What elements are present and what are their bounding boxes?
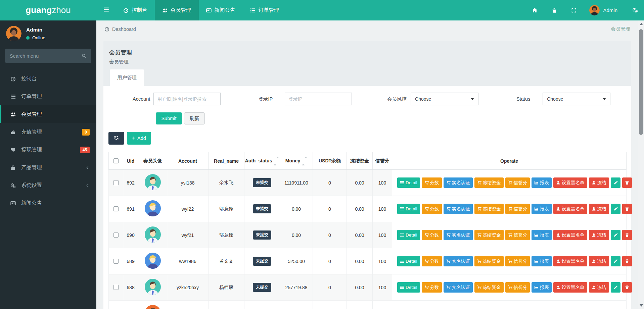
freeze-funds-button[interactable]: 冻结资金 bbox=[474, 256, 504, 266]
nav-item-dashboard[interactable]: 控制台 bbox=[116, 0, 155, 20]
freeze-button[interactable]: 冻结 bbox=[589, 230, 609, 240]
freeze-funds-button[interactable]: 冻结资金 bbox=[474, 204, 504, 214]
delete-button[interactable] bbox=[622, 177, 632, 188]
delete-button[interactable] bbox=[622, 282, 632, 293]
score-button[interactable]: 分数 bbox=[422, 177, 442, 188]
scrollbar-up-button[interactable] bbox=[638, 21, 644, 27]
delete-button[interactable] bbox=[622, 204, 632, 214]
set-blacklist-button[interactable]: 设置黑名单 bbox=[553, 230, 587, 240]
submit-button[interactable]: Submit bbox=[156, 112, 182, 124]
freeze-funds-button[interactable]: 冻结资金 bbox=[474, 177, 504, 188]
freeze-button[interactable]: 冻结 bbox=[589, 282, 609, 293]
user-icon bbox=[592, 285, 596, 290]
detail-button[interactable]: Detail bbox=[397, 230, 420, 240]
edit-button[interactable] bbox=[611, 282, 620, 293]
op-button-label: 报表 bbox=[540, 180, 549, 186]
row-checkbox[interactable] bbox=[113, 180, 119, 185]
status-select[interactable]: Choose bbox=[543, 93, 610, 105]
credit-score-button[interactable]: 信誉分 bbox=[505, 230, 530, 240]
reload-button[interactable] bbox=[108, 132, 124, 145]
set-blacklist-button[interactable]: 设置黑名单 bbox=[553, 282, 587, 293]
nav-item-orders[interactable]: 订单管理 bbox=[243, 0, 287, 20]
cart-icon bbox=[424, 259, 429, 263]
refresh-button[interactable]: 刷新 bbox=[184, 112, 205, 124]
report-button[interactable]: 报表 bbox=[532, 230, 552, 240]
credit-score-button[interactable]: 信誉分 bbox=[505, 282, 530, 293]
row-checkbox[interactable] bbox=[113, 206, 119, 211]
sidebar-toggle-button[interactable] bbox=[96, 0, 116, 20]
navbar-right: Admin bbox=[518, 0, 644, 20]
nav-item-news[interactable]: 新闻公告 bbox=[199, 0, 243, 20]
report-button[interactable]: 报表 bbox=[532, 256, 552, 266]
column-header-money[interactable]: Money bbox=[280, 152, 313, 170]
sidebar-item-news[interactable]: 新闻公告 bbox=[0, 194, 96, 212]
sidebar-item-withdraw[interactable]: 提现管理45 bbox=[0, 141, 96, 159]
realname-auth-button[interactable]: 实名认证 bbox=[444, 230, 473, 240]
risk-control-select[interactable]: Choose bbox=[411, 93, 478, 105]
set-blacklist-button[interactable]: 设置黑名单 bbox=[553, 177, 587, 188]
credit-score-button[interactable]: 信誉分 bbox=[505, 177, 530, 188]
freeze-button[interactable]: 冻结 bbox=[589, 177, 609, 188]
realname-auth-button[interactable]: 实名认证 bbox=[444, 177, 473, 188]
score-button[interactable]: 分数 bbox=[422, 256, 442, 266]
row-checkbox[interactable] bbox=[113, 259, 119, 264]
expand-icon[interactable] bbox=[571, 8, 577, 13]
row-checkbox[interactable] bbox=[113, 233, 119, 238]
detail-button[interactable]: Detail bbox=[397, 256, 420, 266]
column-header-label: 冻结资金 bbox=[350, 158, 369, 163]
credit-score-button[interactable]: 信誉分 bbox=[505, 204, 530, 214]
frozen-cell: 0.00 bbox=[347, 196, 373, 222]
edit-button[interactable] bbox=[611, 230, 620, 240]
admin-avatar[interactable] bbox=[589, 5, 600, 15]
realname-auth-button[interactable]: 实名认证 bbox=[444, 282, 473, 293]
freeze-funds-button[interactable]: 冻结资金 bbox=[474, 282, 504, 293]
sidebar-item-products[interactable]: 产品管理 bbox=[0, 159, 96, 176]
trash-icon[interactable] bbox=[552, 8, 557, 13]
set-blacklist-button[interactable]: 设置黑名单 bbox=[553, 256, 587, 266]
detail-button[interactable]: Detail bbox=[397, 282, 420, 293]
add-button[interactable]: Add bbox=[127, 132, 151, 145]
search-input[interactable] bbox=[10, 53, 82, 59]
tab-user-management[interactable]: 用户管理 bbox=[110, 69, 144, 86]
realname-auth-button[interactable]: 实名认证 bbox=[444, 204, 473, 214]
search-icon[interactable] bbox=[82, 53, 87, 58]
detail-button[interactable]: Detail bbox=[397, 204, 420, 214]
sidebar-item-members[interactable]: 会员管理 bbox=[0, 105, 96, 123]
home-icon[interactable] bbox=[532, 7, 538, 13]
breadcrumb-dashboard[interactable]: Dashboard bbox=[112, 27, 136, 32]
sidebar-item-orders[interactable]: 订单管理 bbox=[0, 88, 96, 105]
score-button[interactable]: 分数 bbox=[422, 230, 442, 240]
edit-button[interactable] bbox=[611, 204, 620, 214]
detail-button[interactable]: Detail bbox=[397, 177, 420, 188]
scrollbar-down-button[interactable] bbox=[638, 303, 644, 308]
score-button[interactable]: 分数 bbox=[422, 204, 442, 214]
report-button[interactable]: 报表 bbox=[532, 204, 552, 214]
row-checkbox[interactable] bbox=[113, 285, 119, 290]
freeze-button[interactable]: 冻结 bbox=[589, 256, 609, 266]
set-blacklist-button[interactable]: 设置黑名单 bbox=[553, 204, 587, 214]
freeze-button[interactable]: 冻结 bbox=[589, 204, 609, 214]
credit-score-button[interactable]: 信誉分 bbox=[505, 256, 530, 266]
delete-button[interactable] bbox=[622, 256, 632, 266]
edit-button[interactable] bbox=[611, 177, 620, 188]
sidebar-item-settings[interactable]: 系统设置 bbox=[0, 176, 96, 194]
cogs-icon[interactable] bbox=[632, 7, 638, 13]
nav-item-members[interactable]: 会员管理 bbox=[155, 0, 199, 20]
realname-auth-button[interactable]: 实名认证 bbox=[444, 256, 473, 266]
admin-menu-label[interactable]: Admin bbox=[603, 7, 617, 13]
account-input[interactable] bbox=[153, 93, 221, 105]
sidebar-item-recharge[interactable]: 充值管理0 bbox=[0, 123, 96, 141]
report-button[interactable]: 报表 bbox=[532, 177, 552, 188]
chart-icon bbox=[534, 233, 539, 237]
sidebar-item-dashboard[interactable]: 控制台 bbox=[0, 70, 96, 88]
select-all-checkbox[interactable] bbox=[113, 158, 119, 163]
delete-button[interactable] bbox=[622, 230, 632, 240]
login-ip-input[interactable] bbox=[285, 93, 352, 105]
report-button[interactable]: 报表 bbox=[532, 282, 552, 293]
column-header-auth[interactable]: Auth_status bbox=[244, 152, 280, 170]
scrollbar-thumb[interactable] bbox=[639, 29, 643, 135]
score-button[interactable]: 分数 bbox=[422, 282, 442, 293]
edit-button[interactable] bbox=[611, 256, 620, 266]
breadcrumb-right-link[interactable]: 会员管理 bbox=[611, 26, 630, 32]
freeze-funds-button[interactable]: 冻结资金 bbox=[474, 230, 504, 240]
